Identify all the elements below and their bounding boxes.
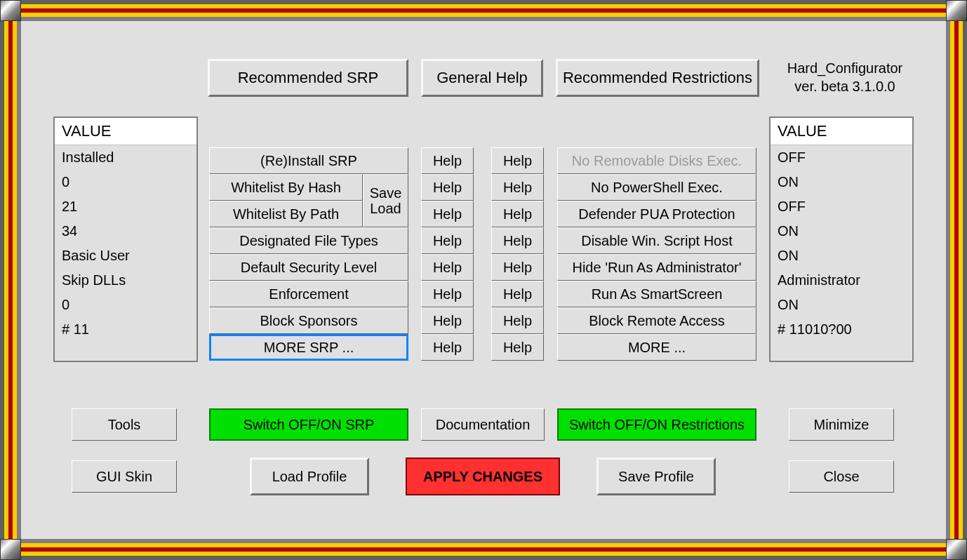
no-removable-disks-button[interactable]: No Removable Disks Exec.	[557, 147, 756, 174]
no-powershell-exec-button[interactable]: No PowerShell Exec.	[557, 174, 756, 201]
list-item: 34	[55, 219, 196, 244]
app-title-line1: Hard_Configurator	[775, 59, 915, 77]
help-restr-7[interactable]: Help	[491, 307, 544, 334]
help-restr-1[interactable]: Help	[491, 147, 544, 174]
more-restrictions-button[interactable]: MORE ...	[557, 334, 756, 361]
list-item: 0	[55, 170, 196, 194]
designated-file-types-button[interactable]: Designated File Types	[209, 227, 408, 254]
help-restr-8[interactable]: Help	[491, 334, 544, 361]
recommended-srp-button[interactable]: Recommended SRP	[208, 59, 408, 97]
right-value-header: VALUE	[771, 118, 912, 145]
help-restr-3[interactable]: Help	[491, 201, 544, 227]
main-panel: Recommended SRP General Help Recommended…	[21, 21, 946, 539]
block-remote-access-button[interactable]: Block Remote Access	[557, 307, 756, 334]
list-item: Skip DLLs	[55, 268, 196, 293]
corner-ornament-br	[946, 539, 967, 560]
list-item: ON	[771, 244, 912, 268]
close-button[interactable]: Close	[789, 460, 894, 493]
right-value-list[interactable]: VALUE OFF ON OFF ON ON Administrator ON …	[769, 116, 914, 362]
more-srp-button[interactable]: MORE SRP ...	[209, 334, 408, 361]
recommended-restrictions-button[interactable]: Recommended Restrictions	[556, 59, 759, 97]
save-profile-button[interactable]: Save Profile	[596, 458, 716, 495]
defender-pua-button[interactable]: Defender PUA Protection	[557, 201, 756, 227]
list-item: ON	[771, 293, 912, 317]
save-load-line2: Load	[370, 201, 401, 216]
corner-ornament-bl	[0, 539, 21, 560]
whitelist-by-hash-button[interactable]: Whitelist By Hash	[209, 174, 363, 201]
corner-ornament-tl	[0, 0, 21, 21]
help-restr-5[interactable]: Help	[491, 254, 544, 281]
whitelist-by-path-button[interactable]: Whitelist By Path	[209, 201, 363, 227]
list-item: ON	[771, 170, 912, 194]
help-restr-4[interactable]: Help	[491, 227, 544, 254]
tools-button[interactable]: Tools	[72, 408, 177, 441]
corner-ornament-tr	[946, 0, 967, 21]
list-item: Basic User	[55, 244, 196, 268]
run-as-smartscreen-button[interactable]: Run As SmartScreen	[557, 281, 756, 307]
save-load-line1: Save	[370, 185, 402, 201]
documentation-button[interactable]: Documentation	[421, 408, 545, 441]
list-item: Installed	[55, 145, 196, 170]
enforcement-button[interactable]: Enforcement	[209, 281, 408, 307]
list-item: # 11010?00	[771, 317, 912, 342]
list-item: Administrator	[771, 268, 912, 293]
list-item: 0	[55, 293, 196, 317]
left-value-list[interactable]: VALUE Installed 0 21 34 Basic User Skip …	[53, 116, 198, 362]
save-load-button[interactable]: Save Load	[363, 174, 408, 227]
disable-script-host-button[interactable]: Disable Win. Script Host	[557, 227, 756, 254]
left-value-header: VALUE	[55, 118, 196, 145]
block-sponsors-button[interactable]: Block Sponsors	[209, 307, 408, 334]
reinstall-srp-button[interactable]: (Re)Install SRP	[209, 147, 408, 174]
help-srp-7[interactable]: Help	[421, 307, 474, 334]
help-srp-2[interactable]: Help	[421, 174, 474, 201]
help-srp-6[interactable]: Help	[421, 281, 474, 307]
app-title-line2: ver. beta 3.1.0.0	[775, 77, 915, 95]
minimize-button[interactable]: Minimize	[789, 408, 894, 441]
hide-run-as-admin-button[interactable]: Hide 'Run As Administrator'	[557, 254, 756, 281]
help-srp-5[interactable]: Help	[421, 254, 474, 281]
list-item: ON	[771, 219, 912, 244]
switch-restrictions-button[interactable]: Switch OFF/ON Restrictions	[557, 408, 756, 441]
help-srp-8[interactable]: Help	[421, 334, 474, 361]
list-item: # 11	[55, 317, 196, 342]
default-security-level-button[interactable]: Default Security Level	[209, 254, 408, 281]
app-title: Hard_Configurator ver. beta 3.1.0.0	[775, 59, 915, 95]
list-item: OFF	[771, 194, 912, 219]
help-restr-2[interactable]: Help	[491, 174, 544, 201]
help-srp-1[interactable]: Help	[421, 147, 474, 174]
list-item: 21	[55, 194, 196, 219]
help-srp-4[interactable]: Help	[421, 227, 474, 254]
help-restr-6[interactable]: Help	[491, 281, 544, 307]
switch-srp-button[interactable]: Switch OFF/ON SRP	[209, 408, 408, 441]
general-help-button[interactable]: General Help	[421, 59, 543, 97]
help-srp-3[interactable]: Help	[421, 201, 474, 227]
gui-skin-button[interactable]: GUI Skin	[72, 460, 177, 493]
apply-changes-button[interactable]: APPLY CHANGES	[406, 458, 560, 495]
list-item: OFF	[771, 145, 912, 170]
load-profile-button[interactable]: Load Profile	[250, 458, 369, 495]
